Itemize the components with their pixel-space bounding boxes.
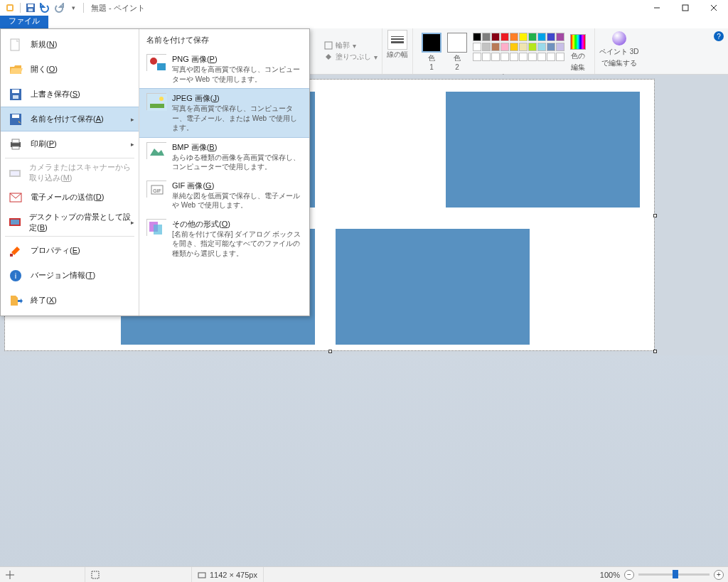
qat-save-icon[interactable] — [23, 1, 38, 15]
zoom-out-button[interactable]: − — [624, 570, 634, 580]
saveas-format-item[interactable]: GIFGIF 画像(G)単純な図を低画質で保存し、電子メールや Web で使用し… — [139, 176, 309, 215]
color-swatch[interactable] — [473, 33, 481, 41]
color-swatch[interactable] — [547, 33, 555, 41]
svg-rect-6 — [682, 5, 688, 11]
color-swatch[interactable] — [500, 43, 509, 51]
close-button[interactable] — [700, 0, 728, 16]
ribbon-group-paint3d: ペイント 3Dで編集する — [595, 28, 643, 74]
color-swatch[interactable] — [547, 53, 555, 61]
color1-button[interactable]: 色1 — [422, 33, 441, 71]
quick-access-toolbar: ▾ — [0, 1, 87, 15]
scan-icon — [8, 165, 22, 180]
color-swatch[interactable] — [537, 43, 546, 51]
qat-customize-icon[interactable]: ▾ — [66, 1, 80, 15]
file-menu-item[interactable]: iバージョン情報(T) — [1, 263, 139, 288]
format-title: その他の形式(O) — [172, 219, 302, 230]
chevron-right-icon: ▸ — [131, 219, 134, 226]
svg-rect-17 — [12, 139, 19, 143]
color-swatch[interactable] — [528, 43, 537, 51]
rectangle-shape[interactable] — [446, 92, 640, 208]
file-menu-item[interactable]: 新規(N) — [1, 32, 139, 57]
maximize-button[interactable] — [671, 0, 700, 16]
color-swatch[interactable] — [556, 43, 564, 51]
file-menu-item[interactable]: プロパティ(E) — [1, 238, 139, 263]
color-swatch[interactable] — [537, 53, 546, 61]
color-swatch[interactable] — [510, 53, 518, 61]
qat-undo-icon[interactable] — [38, 1, 52, 15]
saveas-format-item[interactable]: その他の形式(O)[名前を付けて保存] ダイアログ ボックスを開き、指定可能なす… — [139, 215, 309, 263]
color-swatch[interactable] — [556, 53, 564, 61]
fill-dropdown[interactable]: 塗りつぶし ▾ — [324, 51, 378, 63]
zoom-in-button[interactable]: + — [714, 570, 724, 580]
outline-dropdown[interactable]: 輪郭 ▾ — [324, 40, 356, 51]
help-icon[interactable]: ? — [714, 31, 724, 41]
format-desc: あらゆる種類の画像を高画質で保存し、コンピューターで使用します。 — [172, 153, 302, 172]
new-icon — [8, 37, 23, 53]
crosshair-icon — [6, 571, 14, 579]
file-menu-item[interactable]: 印刷(P)▸ — [1, 131, 139, 156]
color-swatch[interactable] — [537, 33, 546, 41]
saveas-submenu-title: 名前を付けて保存 — [139, 33, 309, 50]
color-swatch[interactable] — [491, 43, 500, 51]
save-icon — [8, 87, 23, 102]
saveas-format-item[interactable]: JPEG 画像(J)写真を高画質で保存し、コンピューター、電子メール、または W… — [139, 88, 309, 138]
open-icon — [8, 62, 23, 77]
color-swatch[interactable] — [510, 33, 518, 41]
chevron-right-icon: ▸ — [131, 116, 134, 123]
chevron-right-icon: ▸ — [131, 141, 134, 148]
line-width-button[interactable] — [387, 30, 407, 50]
edit-colors-button[interactable]: 色の編集 — [570, 33, 586, 72]
color-swatch[interactable] — [547, 43, 555, 51]
exit-icon — [8, 293, 23, 308]
color-swatch[interactable] — [519, 53, 528, 61]
color-swatch[interactable] — [528, 53, 537, 61]
status-selection-size — [85, 567, 192, 582]
file-menu-item[interactable]: デスクトップの背景として設定(B)▸ — [1, 210, 139, 235]
svg-text:i: i — [15, 271, 16, 280]
file-menu-item[interactable]: 名前を付けて保存(A)▸ — [1, 107, 139, 131]
file-menu-item-label: 名前を付けて保存(A) — [31, 114, 104, 124]
color-swatch[interactable] — [510, 43, 518, 51]
svg-rect-18 — [12, 146, 19, 149]
color-swatch[interactable] — [519, 33, 528, 41]
selection-icon — [91, 571, 100, 579]
color-swatch[interactable] — [500, 33, 509, 41]
saveas-icon — [8, 112, 23, 127]
file-menu: 新規(N)開く(O)上書き保存(S)名前を付けて保存(A)▸印刷(P)▸カメラま… — [0, 28, 310, 316]
svg-rect-29 — [157, 63, 166, 70]
svg-rect-20 — [11, 171, 19, 176]
minimize-button[interactable] — [643, 0, 671, 16]
zoom-slider[interactable] — [638, 573, 710, 576]
color-swatch[interactable] — [491, 33, 500, 41]
saveas-submenu: 名前を付けて保存 PNG 画像(P)写真や図を高画質で保存し、コンピューターや … — [139, 29, 309, 316]
file-menu-item-label: カメラまたはスキャナーから取り込み(M) — [29, 162, 132, 183]
tab-file[interactable]: ファイル — [0, 14, 48, 28]
qat-redo-icon[interactable] — [52, 1, 66, 15]
paint3d-button[interactable]: ペイント 3Dで編集する — [599, 30, 639, 68]
saveas-format-item[interactable]: BMP 画像(B)あらゆる種類の画像を高画質で保存し、コンピューターで使用します… — [139, 138, 309, 176]
color-swatch[interactable] — [491, 53, 500, 61]
color-swatch[interactable] — [473, 53, 481, 61]
color2-button[interactable]: 色2 — [447, 33, 467, 71]
color-swatch[interactable] — [528, 33, 537, 41]
svg-rect-24 — [10, 254, 13, 257]
file-menu-item[interactable]: 上書き保存(S) — [1, 82, 139, 107]
color-swatch[interactable] — [482, 43, 491, 51]
color-swatch[interactable] — [519, 43, 528, 51]
file-menu-item[interactable]: 開く(O) — [1, 57, 139, 82]
file-menu-item[interactable]: 電子メールの送信(D) — [1, 185, 139, 210]
color-swatch[interactable] — [473, 43, 481, 51]
color-swatch[interactable] — [482, 53, 491, 61]
paint-app-icon[interactable] — [3, 1, 17, 15]
saveas-format-item[interactable]: PNG 画像(P)写真や図を高画質で保存し、コンピューターや Web で使用しま… — [139, 50, 309, 88]
file-menu-item[interactable]: 終了(X) — [1, 288, 139, 313]
ribbon-group-shape-options: 輪郭 ▾ 塗りつぶし ▾ — [317, 28, 382, 74]
rectangle-shape[interactable] — [336, 229, 530, 345]
status-canvas-size: 1142 × 475px — [192, 567, 264, 582]
svg-rect-23 — [11, 220, 19, 225]
color-swatch[interactable] — [556, 33, 564, 41]
zoom-controls: 100% − + — [600, 570, 724, 580]
color-swatch[interactable] — [482, 33, 491, 41]
svg-rect-3 — [28, 4, 33, 7]
color-swatch[interactable] — [500, 53, 509, 61]
